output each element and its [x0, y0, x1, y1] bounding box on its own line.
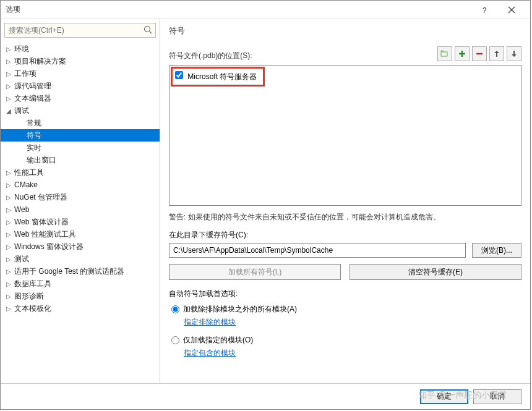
- tree-item-label: 调试: [13, 106, 29, 116]
- tree-item[interactable]: ▷文本模板化: [1, 302, 160, 315]
- tree-item-label: NuGet 包管理器: [13, 192, 67, 203]
- browse-button[interactable]: 浏览(B)...: [472, 243, 521, 258]
- cache-label: 在此目录下缓存符号(C):: [169, 230, 521, 240]
- tree-item[interactable]: ▷项目和解决方案: [1, 55, 160, 67]
- tree-item-label: 工作项: [13, 69, 36, 79]
- search-box: [4, 23, 156, 38]
- chevron-right-icon: ▷: [4, 83, 13, 90]
- svg-point-1: [145, 27, 150, 32]
- locations-label: 符号文件(.pdb)的位置(S):: [169, 51, 252, 61]
- tree-item-label: CMake: [13, 180, 38, 189]
- warning-text: 警告: 如果使用的符号文件来自未知或不受信任的位置，可能会对计算机造成危害。: [169, 212, 521, 222]
- chevron-right-icon: ▷: [4, 244, 13, 250]
- tree-item[interactable]: ▷适用于 Google Test 的测试适配器: [1, 265, 160, 278]
- tree-child-item[interactable]: ▷输出窗口: [1, 154, 160, 166]
- chevron-down-icon: ◢: [4, 108, 13, 114]
- chevron-right-icon: ▷: [4, 219, 13, 226]
- tree-item-label: 文本模板化: [13, 303, 51, 314]
- tree-item[interactable]: ▷Web: [1, 203, 160, 216]
- chevron-right-icon: ▷: [4, 231, 13, 238]
- chevron-right-icon: ▷: [4, 58, 13, 65]
- radio-load-all[interactable]: 加载除排除模块之外的所有模块(A): [171, 304, 521, 315]
- search-input[interactable]: [4, 23, 156, 38]
- radio-load-all-label: 加载除排除模块之外的所有模块(A): [183, 304, 297, 315]
- new-folder-button[interactable]: *: [437, 46, 452, 61]
- tree-item[interactable]: ▷测试: [1, 253, 160, 265]
- tree-item[interactable]: ▷文本编辑器: [1, 92, 160, 104]
- tree-item[interactable]: ▷性能工具: [1, 166, 160, 179]
- chevron-right-icon: ▷: [4, 95, 13, 102]
- tree-item[interactable]: ▷数据库工具: [1, 278, 160, 290]
- tree-child-item[interactable]: ▷符号: [1, 129, 160, 142]
- nav-tree[interactable]: ▷环境▷项目和解决方案▷工作项▷源代码管理▷文本编辑器◢调试▷常规▷符号▷实时▷…: [1, 41, 160, 383]
- tree-child-item[interactable]: ▷常规: [1, 117, 160, 129]
- add-button[interactable]: [455, 46, 470, 61]
- close-icon: [508, 6, 515, 14]
- svg-text:?: ?: [483, 6, 487, 14]
- dialog-footer: 确定 取消: [1, 383, 530, 409]
- auto-load-label: 自动符号加载首选项:: [169, 289, 521, 299]
- ms-symbol-server-label: Microsoft 符号服务器: [187, 72, 257, 81]
- move-up-button[interactable]: [489, 46, 504, 61]
- chevron-right-icon: ▷: [4, 293, 13, 300]
- tree-item-label: 数据库工具: [13, 279, 51, 289]
- load-all-symbols-button[interactable]: 加载所有符号(L): [169, 264, 341, 280]
- remove-button[interactable]: [472, 46, 487, 61]
- close-button[interactable]: [498, 1, 525, 19]
- tree-item-label: Windows 窗体设计器: [13, 242, 84, 252]
- radio-load-specified-input[interactable]: [171, 336, 179, 344]
- tree-item-label: Web 窗体设计器: [13, 217, 69, 227]
- tree-child-item[interactable]: ▷实时: [1, 142, 160, 154]
- move-down-button[interactable]: [507, 46, 521, 61]
- radio-load-specified[interactable]: 仅加载指定的模块(O): [171, 335, 521, 345]
- cancel-button[interactable]: 取消: [473, 389, 521, 404]
- tree-item-label: 输出窗口: [25, 155, 56, 166]
- window-title: 选项: [6, 4, 471, 15]
- specify-included-link[interactable]: 指定包含的模块: [184, 348, 521, 358]
- chevron-right-icon: ▷: [4, 194, 13, 201]
- tree-item-label: Web 性能测试工具: [13, 229, 76, 240]
- tree-item[interactable]: ▷Web 性能测试工具: [1, 228, 160, 240]
- new-folder-icon: *: [440, 50, 449, 57]
- cache-path-input[interactable]: [169, 243, 466, 258]
- tree-item[interactable]: ▷NuGet 包管理器: [1, 191, 160, 203]
- clear-cache-button[interactable]: 清空符号缓存(E): [350, 264, 521, 280]
- tree-item-label: 符号: [25, 130, 41, 141]
- toolbar: *: [437, 46, 521, 61]
- tree-item[interactable]: ▷图形诊断: [1, 290, 160, 302]
- chevron-right-icon: ▷: [4, 281, 13, 287]
- ms-symbol-server-item[interactable]: Microsoft 符号服务器: [171, 67, 265, 87]
- tree-item[interactable]: ▷源代码管理: [1, 80, 160, 92]
- tree-item[interactable]: ▷CMake: [1, 179, 160, 191]
- help-button[interactable]: ?: [471, 1, 498, 19]
- tree-item[interactable]: ◢调试: [1, 104, 160, 117]
- tree-item-label: 性能工具: [13, 167, 44, 178]
- symbol-locations-list[interactable]: Microsoft 符号服务器: [169, 65, 521, 206]
- radio-load-all-input[interactable]: [171, 305, 179, 313]
- chevron-right-icon: ▷: [4, 182, 13, 189]
- tree-item-label: 项目和解决方案: [13, 56, 66, 67]
- chevron-right-icon: ▷: [4, 70, 13, 77]
- tree-item[interactable]: ▷工作项: [1, 67, 160, 80]
- main-panel: 符号 符号文件(.pdb)的位置(S): *: [160, 19, 530, 383]
- minus-icon: [476, 50, 483, 57]
- tree-item-label: 常规: [25, 118, 41, 129]
- specify-excluded-link[interactable]: 指定排除的模块: [184, 317, 521, 328]
- chevron-right-icon: ▷: [4, 169, 13, 176]
- chevron-right-icon: ▷: [4, 268, 13, 275]
- arrow-down-icon: [511, 50, 517, 57]
- tree-item-label: 适用于 Google Test 的测试适配器: [13, 266, 125, 277]
- tree-item[interactable]: ▷Windows 窗体设计器: [1, 240, 160, 253]
- tree-item[interactable]: ▷Web 窗体设计器: [1, 216, 160, 228]
- ms-symbol-server-checkbox[interactable]: [175, 71, 183, 79]
- ok-button[interactable]: 确定: [420, 389, 468, 404]
- tree-item[interactable]: ▷环境: [1, 43, 160, 55]
- chevron-right-icon: ▷: [4, 46, 13, 53]
- tree-item-label: 实时: [25, 143, 41, 153]
- sidebar: ▷环境▷项目和解决方案▷工作项▷源代码管理▷文本编辑器◢调试▷常规▷符号▷实时▷…: [1, 19, 160, 383]
- plus-icon: [458, 50, 466, 57]
- chevron-right-icon: ▷: [4, 206, 13, 213]
- svg-text:*: *: [446, 50, 449, 55]
- arrow-up-icon: [494, 50, 500, 57]
- help-icon: ?: [481, 6, 487, 14]
